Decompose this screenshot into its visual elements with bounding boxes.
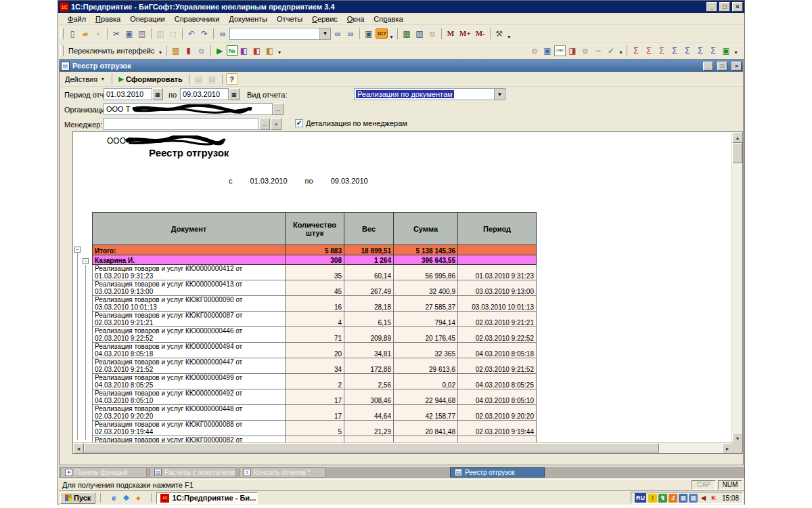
table-row[interactable]: Казарина И.3081 264396 643,55 — [93, 255, 537, 265]
sigma-report-icon-5[interactable]: Σ — [681, 45, 694, 57]
chevron-down-icon[interactable]: ▾ — [388, 34, 394, 41]
security-shield-icon[interactable]: ! — [648, 494, 657, 503]
sigma-report-icon-1[interactable]: Σ — [630, 45, 642, 57]
detail-by-manager-checkbox[interactable]: ✓ Детализация по менеджерам — [295, 119, 407, 127]
scroll-up-icon[interactable]: ▲ — [732, 132, 743, 143]
invoice-icon[interactable]: СЧЕТ — [554, 45, 566, 56]
horizontal-scrollbar[interactable]: ◄ ► — [73, 442, 733, 453]
print-preview-icon[interactable]: ◻ — [167, 28, 179, 40]
copy-icon[interactable]: ▣ — [123, 28, 135, 40]
customers-group-icon[interactable]: ☺ — [579, 45, 591, 57]
menu-item-отчеты[interactable]: Отчеты — [273, 14, 307, 24]
combo-arrow-icon[interactable]: ▼ — [319, 28, 330, 39]
close-button[interactable]: × — [732, 2, 743, 12]
organization-input[interactable]: ООО Т — [104, 103, 273, 115]
generate-button[interactable]: ▶ Сформировать — [116, 75, 185, 84]
database-green-icon[interactable]: ▣ — [720, 45, 732, 57]
document-check-icon[interactable]: ✓ — [605, 45, 617, 57]
memory-add-button[interactable]: M+ — [457, 28, 473, 40]
manager-picker-button[interactable]: ... — [259, 118, 270, 130]
table-row[interactable]: Реализация товаров и услуг КЮ0000000494 … — [93, 343, 537, 358]
toolbar-grip[interactable] — [60, 45, 64, 56]
minimize-button[interactable]: _ — [706, 2, 717, 12]
search-combobox[interactable]: ▼ — [229, 28, 331, 40]
network-computer-icon-1[interactable]: ▣ — [679, 494, 687, 503]
chevron-down-icon[interactable]: ▾ — [733, 49, 739, 57]
child-minimize-button[interactable]: _ — [703, 62, 713, 70]
table-row[interactable]: Реализация товаров и услуг КЮ0000000412 … — [93, 265, 537, 280]
document-search-icon[interactable]: ◨ — [566, 45, 579, 57]
period-to-input[interactable]: 09.03.2010 — [180, 88, 229, 100]
save-icon[interactable]: ▪ — [92, 28, 104, 40]
memory-subtract-button[interactable]: M- — [474, 28, 487, 40]
table-row[interactable]: Реализация товаров и услуг КЮ0000000492 … — [93, 389, 537, 405]
restore-settings-icon[interactable]: ▤ — [193, 73, 205, 85]
menu-item-справка[interactable]: Справка — [369, 14, 407, 24]
sigma-report-icon-6[interactable]: Σ — [694, 45, 706, 57]
table-row[interactable]: Реализация товаров и услуг КЮ0000000447 … — [93, 358, 537, 374]
language-indicator[interactable]: RU — [635, 493, 646, 503]
collapse-toggle-group[interactable]: − — [83, 258, 89, 264]
manager-clear-button[interactable]: × — [271, 118, 281, 130]
sigma-report-icon-2[interactable]: Σ — [643, 45, 655, 57]
update-green-icon[interactable]: ↯ — [658, 494, 667, 503]
windows-list-icon[interactable]: ▣ — [363, 28, 375, 40]
window-tab[interactable]: ▤Расчеты с покупателями п... — [150, 467, 236, 478]
table-row[interactable]: Реализация товаров и услуг КЮКГ00000088 … — [93, 421, 537, 436]
counterparties-icon[interactable]: ☺ — [196, 45, 208, 57]
chevron-down-icon[interactable]: ▾ — [506, 34, 512, 41]
table-row[interactable]: Реализация товаров и услуг КЮКГ00000090 … — [93, 296, 537, 312]
report-type-combobox[interactable]: Реализация по документам ▼ — [354, 88, 505, 100]
actions-menu-button[interactable]: Действия ▾ — [62, 75, 108, 84]
organization-picker-button[interactable]: ... — [273, 103, 284, 115]
start-button[interactable]: Пуск — [60, 492, 95, 504]
start-green-icon[interactable]: ▶ — [214, 45, 226, 57]
firefox-icon[interactable]: ● — [133, 492, 143, 503]
redo-icon[interactable]: ↷ — [198, 28, 210, 40]
toolbar-grip[interactable] — [60, 28, 64, 39]
print-icon[interactable]: ▥ — [154, 28, 166, 40]
taskbar-task-button[interactable]: 1С 1С:Предприятие - Би... — [156, 492, 258, 504]
table-row[interactable]: Реализация товаров и услуг КЮ0000000448 … — [93, 405, 537, 421]
table-row[interactable]: Реализация товаров и услуг КЮКГ00000087 … — [93, 312, 537, 327]
calculator-icon[interactable]: ▦ — [401, 28, 413, 40]
advisor-icon[interactable]: ☺ — [426, 28, 438, 40]
tools-icon[interactable]: ⚒ — [493, 28, 505, 40]
window-tab[interactable]: ✦Панель функций — [60, 467, 147, 478]
table-row[interactable]: Реализация товаров и услуг КЮ0000000499 … — [93, 374, 537, 389]
calendar-icon[interactable]: ▥ — [413, 28, 426, 40]
menu-item-правка[interactable]: Правка — [91, 14, 125, 24]
cut-icon[interactable]: ✂ — [110, 28, 122, 40]
undo-icon[interactable]: ↶ — [185, 28, 198, 40]
chevron-down-icon[interactable]: ▾ — [618, 49, 624, 57]
red-book-icon[interactable]: ▮ — [183, 45, 195, 57]
sigma-report-icon-3[interactable]: Σ — [656, 45, 668, 57]
find-previous-icon[interactable]: ∞ — [344, 28, 357, 40]
network-computer-icon-2[interactable]: ▣ — [689, 494, 698, 503]
calendar-picker-icon-2[interactable]: ▦ — [229, 88, 240, 100]
internet-explorer-icon[interactable]: e — [108, 492, 119, 503]
find-icon[interactable]: ∞ — [217, 28, 229, 40]
vertical-scroll-thumb[interactable] — [732, 143, 742, 163]
paste-icon[interactable]: ▤ — [136, 28, 148, 40]
menu-item-сервис[interactable]: Сервис — [308, 14, 342, 24]
chart-violet-icon[interactable]: ◧ — [238, 45, 250, 57]
chart-red-icon[interactable]: ◧ — [251, 45, 263, 57]
numbering-icon[interactable]: № — [227, 45, 238, 56]
chevron-down-icon[interactable]: ▾ — [158, 49, 164, 57]
child-restore-button[interactable]: □ — [717, 62, 727, 70]
table-row[interactable]: Реализация товаров и услуг КЮ0000000413 … — [93, 280, 537, 296]
menu-item-файл[interactable]: Файл — [64, 14, 90, 24]
cash-ledger-icon[interactable]: ▦ — [170, 45, 182, 57]
title-bar[interactable]: 1С 1С:Предприятие - БиГСофт:Управление ю… — [58, 1, 744, 13]
horizontal-scroll-thumb[interactable] — [84, 443, 659, 452]
table-row[interactable]: Итого:5 88318 899,515 138 145,36 — [93, 245, 537, 255]
manager-edit-icon[interactable]: ☺ — [528, 45, 541, 57]
sigma-report-icon-4[interactable]: Σ — [669, 45, 681, 57]
menu-item-операции[interactable]: Операции — [126, 14, 168, 24]
volume-icon[interactable]: ◀ — [699, 494, 708, 503]
chevron-down-icon[interactable]: ▾ — [277, 49, 283, 57]
menu-item-документы[interactable]: Документы — [225, 14, 271, 24]
java-icon[interactable]: J — [669, 494, 677, 503]
combo-arrow-icon[interactable]: ▼ — [494, 89, 505, 100]
